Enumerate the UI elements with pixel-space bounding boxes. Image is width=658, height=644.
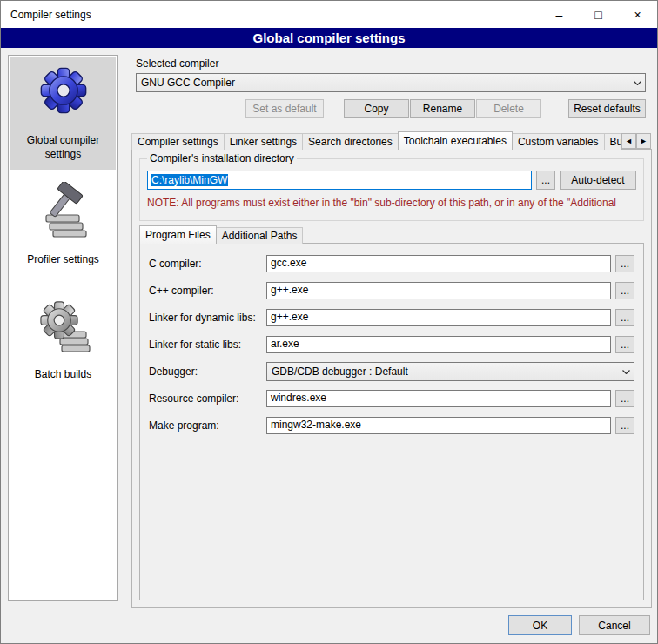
auto-detect-button[interactable]: Auto-detect [560, 171, 636, 190]
subtab-additional-paths[interactable]: Additional Paths [216, 227, 304, 244]
sidebar-item-profiler-settings[interactable]: Profiler settings [10, 177, 116, 276]
selected-compiler-value: GNU GCC Compiler [141, 77, 629, 89]
installation-directory-row: C:\raylib\MinGW ... Auto-detect [147, 171, 636, 190]
field-row-c-compiler: C++ compiler:g++.exe... [149, 281, 634, 300]
tab-buil[interactable]: Buil [604, 133, 621, 150]
field-label: Debugger: [149, 366, 266, 378]
sidebar-item-label: Profiler settings [27, 253, 99, 267]
tab-toolchain-executables[interactable]: Toolchain executables [398, 131, 513, 150]
field-value: g++.exe [271, 311, 308, 323]
installation-directory-group: Compiler's installation directory C:\ray… [139, 158, 644, 221]
global-compiler-settings-icon [36, 63, 91, 118]
field-row-c-compiler: C compiler:gcc.exe... [149, 254, 634, 273]
sidebar: Global compiler settingsProfiler setting… [8, 55, 118, 601]
tab-scroll-left-icon[interactable]: ◄ [621, 133, 636, 149]
toolchain-fields: C compiler:gcc.exe...C++ compiler:g++.ex… [140, 254, 643, 435]
field-control: GDB/CDB debugger : Default [266, 362, 634, 381]
field-label: Linker for dynamic libs: [149, 312, 266, 324]
profiler-settings-icon [36, 182, 91, 238]
subtab-program-files[interactable]: Program Files [139, 225, 217, 244]
field-label: Resource compiler: [149, 392, 266, 405]
browse-button[interactable]: ... [615, 309, 634, 326]
selected-compiler-label: Selected compiler [136, 57, 218, 70]
field-row-linker-for-static-libs: Linker for static libs:ar.exe... [149, 335, 634, 354]
linker-for-static-libs-input[interactable]: ar.exe [266, 336, 611, 353]
tab-scroll-arrows: ◄ ► [621, 133, 651, 149]
tab-compiler-settings[interactable]: Compiler settings [131, 133, 225, 150]
installation-directory-group-title: Compiler's installation directory [147, 152, 297, 164]
close-button[interactable]: × [618, 1, 657, 28]
tab-linker-settings[interactable]: Linker settings [224, 133, 303, 150]
sidebar-item-global-compiler-settings[interactable]: Global compiler settings [10, 57, 116, 170]
sidebar-item-label: Global compiler settings [12, 134, 114, 161]
field-label: Make program: [149, 419, 266, 432]
compiler-settings-window: Compiler settings – □ × Global compiler … [0, 0, 658, 644]
field-row-linker-for-dynamic-libs: Linker for dynamic libs:g++.exe... [149, 308, 634, 327]
field-control: windres.exe... [266, 390, 634, 407]
rename-button[interactable]: Rename [410, 99, 475, 118]
linker-for-dynamic-libs-input[interactable]: g++.exe [266, 309, 611, 326]
field-value: windres.exe [271, 392, 326, 404]
field-label: Linker for static libs: [149, 339, 266, 351]
tab-scroll-right-icon[interactable]: ► [636, 133, 651, 149]
selected-compiler-select[interactable]: GNU GCC Compiler [136, 73, 646, 92]
tab-search-directories[interactable]: Search directories [302, 133, 399, 150]
sidebar-item-batch-builds[interactable]: Batch builds [10, 292, 116, 391]
page-title: Global compiler settings [1, 28, 657, 48]
field-label: C compiler: [149, 258, 266, 270]
installation-directory-value: C:\raylib\MinGW [151, 174, 228, 186]
field-control: g++.exe... [266, 309, 634, 326]
field-row-debugger: Debugger:GDB/CDB debugger : Default [149, 362, 634, 381]
chevron-down-icon [629, 81, 645, 85]
copy-button[interactable]: Copy [344, 99, 409, 118]
cancel-button[interactable]: Cancel [579, 615, 650, 635]
delete-button[interactable]: Delete [476, 99, 541, 118]
field-value: GDB/CDB debugger : Default [272, 366, 618, 378]
browse-button[interactable]: ... [615, 417, 634, 434]
program-files-panel: C compiler:gcc.exe...C++ compiler:g++.ex… [139, 243, 644, 600]
field-control: g++.exe... [266, 282, 634, 299]
ok-button[interactable]: OK [508, 615, 572, 635]
browse-button[interactable]: ... [615, 390, 634, 407]
field-value: ar.exe [271, 338, 299, 350]
main-area: Selected compiler GNU GCC Compiler Set a… [130, 53, 652, 608]
field-row-make-program: Make program:mingw32-make.exe... [149, 416, 634, 435]
browse-button[interactable]: ... [615, 282, 634, 299]
make-program-input[interactable]: mingw32-make.exe [266, 417, 611, 434]
field-value: mingw32-make.exe [271, 419, 361, 431]
debugger-select[interactable]: GDB/CDB debugger : Default [266, 362, 634, 381]
browse-button[interactable]: ... [615, 336, 634, 353]
reset-defaults-button[interactable]: Reset defaults [568, 99, 646, 118]
note-text: NOTE: All programs must exist either in … [147, 197, 641, 209]
toolchain-panel: Compiler's installation directory C:\ray… [131, 149, 652, 608]
maximize-button[interactable]: □ [579, 1, 618, 28]
c-compiler-input[interactable]: gcc.exe [266, 255, 611, 272]
window-title: Compiler settings [1, 9, 91, 21]
installation-directory-input[interactable]: C:\raylib\MinGW [147, 171, 532, 190]
c-compiler-input[interactable]: g++.exe [266, 282, 611, 299]
field-control: gcc.exe... [266, 255, 634, 272]
field-label: C++ compiler: [149, 285, 266, 297]
subtabstrip: Program FilesAdditional Paths [139, 225, 303, 244]
browse-directory-button[interactable]: ... [536, 171, 555, 190]
batch-builds-icon [36, 297, 91, 352]
minimize-button[interactable]: – [540, 1, 579, 28]
sidebar-item-label: Batch builds [35, 368, 91, 382]
chevron-down-icon [618, 370, 634, 374]
tabstrip: Compiler settingsLinker settingsSearch d… [131, 131, 652, 150]
resource-compiler-input[interactable]: windres.exe [266, 390, 611, 407]
field-control: mingw32-make.exe... [266, 417, 634, 434]
field-value: g++.exe [271, 284, 308, 296]
browse-button[interactable]: ... [615, 255, 634, 272]
field-value: gcc.exe [271, 257, 306, 269]
set-as-default-button[interactable]: Set as default [245, 99, 324, 118]
titlebar: Compiler settings – □ × [1, 1, 657, 28]
tab-custom-variables[interactable]: Custom variables [512, 133, 605, 150]
window-controls: – □ × [540, 1, 657, 28]
field-row-resource-compiler: Resource compiler:windres.exe... [149, 389, 634, 408]
compiler-actions: Set as defaultCopyRenameDeleteReset defa… [130, 99, 652, 118]
field-control: ar.exe... [266, 336, 634, 353]
